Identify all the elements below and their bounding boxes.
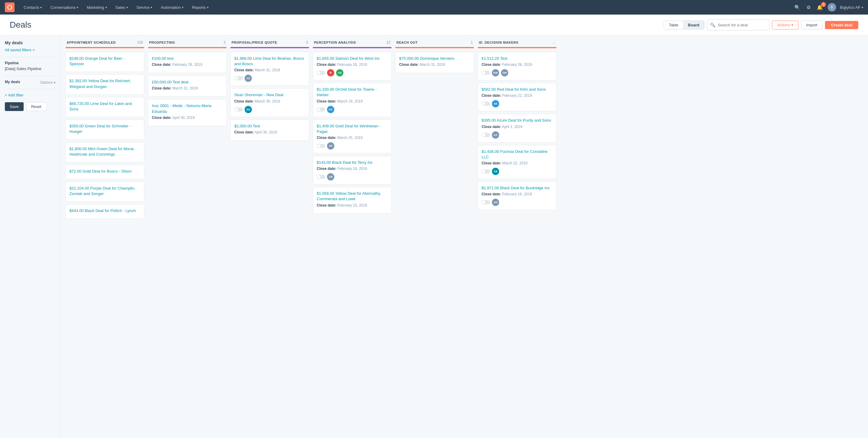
nav-conversations[interactable]: Conversations ▾ (46, 0, 83, 14)
deal-avatars-row: AC (317, 106, 388, 113)
deal-card[interactable]: $1,966.00 Lime Deal for Beahan, Bosco an… (230, 52, 309, 86)
chevron-down-icon: ▾ (207, 6, 209, 9)
deal-toggle[interactable] (482, 101, 490, 106)
deal-card[interactable]: $1,392.00 Yellow Deal for Reichert, Wieg… (65, 74, 144, 94)
nav-contacts[interactable]: Contacts ▾ (20, 0, 46, 14)
deal-toggle[interactable] (317, 107, 325, 112)
deal-name: Insc 0001 - Medic - Noturno Maria Eduard… (152, 103, 223, 114)
board-view-button[interactable]: Board (683, 21, 704, 29)
sidebar: My deals All saved filters > Pipeline [D… (0, 35, 61, 438)
deal-card[interactable]: $1,330.00 Orchid Deal for Towne - Harber… (313, 83, 392, 117)
deal-toggle[interactable] (234, 107, 243, 112)
column-title: Reach Out (396, 41, 417, 44)
deal-close-date: Close date: March 25, 2019 (317, 136, 388, 140)
deal-card[interactable]: $395.00 Azure Deal for Purdy and Sons Cl… (478, 114, 556, 142)
nav-reports[interactable]: Reports ▾ (188, 0, 213, 14)
column-bar (230, 47, 309, 48)
column-count: 13 (386, 40, 390, 45)
deal-name: €1,512.20 Test (482, 56, 553, 61)
deal-card[interactable]: $1,800.00 Mint Green Deal for Morar, Hea… (65, 142, 144, 162)
deal-card[interactable]: $1,436.00 Fuchsia Deal for Considine LLC… (478, 145, 556, 179)
search-icon[interactable]: 🔍 (793, 3, 802, 11)
nav-marketing[interactable]: Marketing ▾ (83, 0, 111, 14)
sidebar-buttons: Save Reset (5, 102, 56, 111)
chevron-down-icon: ▾ (77, 6, 78, 9)
deal-toggle[interactable] (317, 144, 325, 148)
chevron-down-icon: ▾ (151, 6, 152, 9)
deal-card[interactable]: Sean Shoreman - New Deal Close date: Mar… (230, 88, 309, 117)
nav-service[interactable]: Service ▾ (132, 0, 156, 14)
settings-icon[interactable]: ⚙ (805, 3, 812, 11)
deal-toggle[interactable] (482, 169, 490, 174)
table-view-button[interactable]: Table (664, 21, 683, 29)
column-cards: €100.00 test Close date: February 28, 20… (148, 52, 227, 435)
deal-name: $143.00 Black Deal for Terry Inc (317, 160, 388, 165)
create-deal-button[interactable]: Create deal (825, 21, 858, 29)
deal-toggle[interactable] (482, 71, 490, 75)
deal-card[interactable]: $1,855.00 Salmon Deal for West Inc Close… (313, 52, 392, 80)
deal-card[interactable]: Insc 0001 - Medic - Noturno Maria Eduard… (148, 99, 227, 126)
pipeline-label: Pipeline (5, 61, 56, 65)
deal-card[interactable]: $248.00 Orange Deal for Beer - Spencer (65, 52, 144, 72)
deal-card[interactable]: $1,409.00 Gold Deal for Wintheiser - Pag… (313, 119, 392, 153)
deal-card[interactable]: $443.00 Black Deal for Pollich - Lynch (65, 204, 144, 219)
deal-close-date: Close date: February 28, 2019 (482, 62, 553, 67)
deal-card[interactable]: €1,512.20 Test Close date: February 28, … (478, 52, 556, 80)
search-deal-input[interactable] (718, 23, 766, 27)
deal-close-date: Close date: February 10, 2019 (317, 203, 388, 207)
column-count: ... (552, 40, 555, 45)
save-button[interactable]: Save (5, 102, 24, 111)
deal-card[interactable]: $562.00 Red Deal for Kihn and Sons Close… (478, 83, 556, 111)
deal-card[interactable]: $22,104.00 Purple Deal for Champlin, Zem… (65, 182, 144, 202)
import-button[interactable]: Import (801, 21, 823, 29)
column-count: 3 (306, 40, 308, 45)
deal-card[interactable]: $75,000.00 Dominique Verniers Close date… (395, 52, 474, 73)
column-header: Proposal/Price Quote 3 (230, 40, 309, 45)
deal-avatars-row: AP (317, 142, 388, 149)
actions-button[interactable]: Actions ▾ (772, 21, 799, 29)
deal-card[interactable]: £50,000.00 Test deal Close date: March 3… (148, 76, 227, 97)
avatar: DW (492, 69, 499, 77)
deal-toggle[interactable] (482, 200, 490, 204)
board-container: Appointment Scheduled 155 $248.00 Orange… (61, 35, 868, 438)
column-header: Appointment Scheduled 155 (65, 40, 144, 45)
deal-name: $1,330.00 Orchid Deal for Towne - Harber (317, 87, 388, 98)
account-name[interactable]: Biglytics AP ▾ (840, 5, 863, 10)
deal-card[interactable]: $143.00 Black Deal for Terry Inc Close d… (313, 156, 392, 184)
deal-card[interactable]: $72.00 Gold Deal for Bosco - Olson (65, 165, 144, 179)
hubspot-logo[interactable] (5, 2, 14, 12)
deal-toggle[interactable] (234, 76, 243, 80)
user-avatar[interactable]: B (828, 3, 836, 11)
nav-automation[interactable]: Automation ▾ (156, 0, 188, 14)
deal-toggle[interactable] (317, 71, 325, 75)
deal-toggle[interactable] (317, 175, 325, 179)
nav-sales[interactable]: Sales ▾ (111, 0, 132, 14)
reset-button[interactable]: Reset (26, 102, 47, 111)
deal-close-date: Close date: March 31, 2019 (152, 86, 223, 90)
deal-card[interactable]: $2,000.00 Test Close date: April 30, 201… (230, 119, 309, 141)
deal-avatars-row: DWDM (482, 69, 553, 77)
deal-avatars-row: A9 (482, 168, 553, 175)
deal-name: $562.00 Red Deal for Kihn and Sons (482, 87, 553, 92)
add-filter-link[interactable]: + Add filter (5, 93, 56, 97)
deal-card[interactable]: $350.00 Green Deal for Schmeler - Hoeger (65, 119, 144, 140)
deal-name: $69,725.00 Lime Deal for Lakin and Sons (69, 101, 140, 112)
all-saved-filters-link[interactable]: All saved filters > (5, 48, 56, 52)
notifications-icon[interactable]: 🔔 3 (815, 3, 824, 11)
deal-name: €100.00 test (152, 56, 223, 61)
deal-name: $1,436.00 Fuchsia Deal for Considine LLC (482, 149, 553, 160)
deal-close-date: Close date: April 30, 2019 (234, 130, 305, 135)
deal-name: $1,392.00 Yellow Deal for Reichert, Wieg… (69, 78, 140, 89)
board-column-reach_out: Reach Out 1 $75,000.00 Dominique Vernier… (395, 40, 474, 435)
deal-card[interactable]: $1,058.00 Yellow Deal for Abernathy, Cum… (313, 187, 392, 213)
deal-card[interactable]: €100.00 test Close date: February 28, 20… (148, 52, 227, 73)
deal-card[interactable]: $1,971.00 Black Deal for Buckridge Inc C… (478, 181, 556, 210)
deal-card[interactable]: $69,725.00 Lime Deal for Lakin and Sons (65, 97, 144, 117)
deal-toggle[interactable] (482, 133, 490, 137)
deal-close-date: Close date: March 31, 2019 (234, 68, 305, 72)
column-title: Prospecting (149, 41, 175, 44)
top-navigation: Contacts ▾ Conversations ▾ Marketing ▾ S… (0, 0, 868, 14)
options-button[interactable]: Options ▾ (40, 80, 56, 85)
deal-name: $395.00 Azure Deal for Purdy and Sons (482, 118, 553, 123)
chevron-down-icon: ▾ (862, 6, 863, 9)
